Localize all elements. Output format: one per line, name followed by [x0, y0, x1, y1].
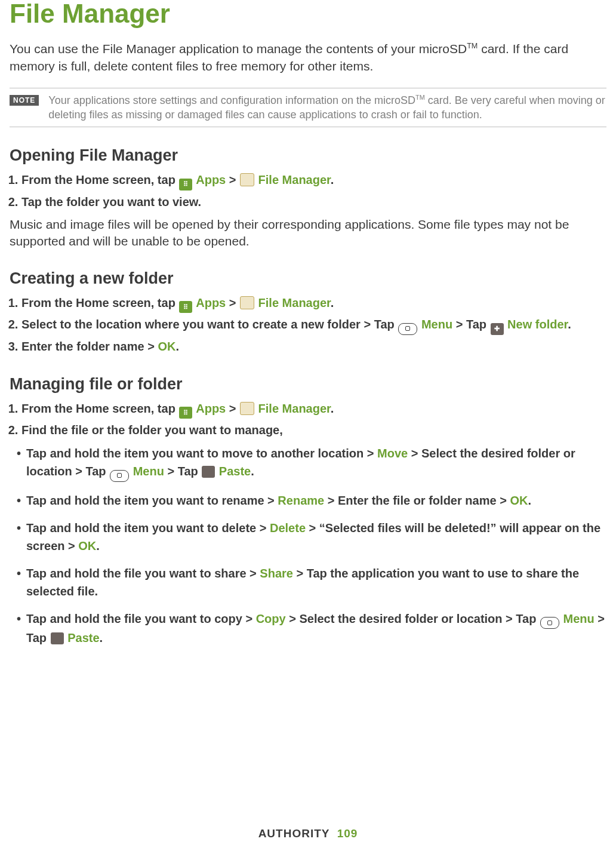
separator: >	[226, 173, 239, 186]
text: Tap and hold the item you want to move t…	[26, 447, 377, 460]
bullet-copy: Tap and hold the file you want to copy >…	[26, 610, 606, 647]
open-after-paragraph: Music and image files will be opened by …	[10, 216, 606, 250]
paste-icon	[51, 632, 64, 644]
manage-bullets: Tap and hold the item you want to move t…	[10, 444, 606, 647]
paste-link[interactable]: Paste	[219, 465, 251, 478]
new-folder-link[interactable]: New folder	[507, 318, 568, 331]
tm-mark: TM	[467, 42, 478, 50]
ok-link[interactable]: OK	[78, 539, 96, 552]
steps-creating: From the Home screen, tap ⠿ Apps > File …	[10, 294, 606, 356]
file-manager-link[interactable]: File Manager	[258, 173, 331, 186]
note-badge-label: NOTE	[10, 95, 39, 106]
text: Tap and hold the item you want to rename…	[26, 494, 278, 507]
apps-icon: ⠿	[179, 407, 192, 419]
menu-button-icon	[398, 323, 417, 335]
text: Select to the location where you want to…	[21, 318, 398, 331]
tm-mark: TM	[415, 94, 425, 101]
move-link[interactable]: Move	[377, 447, 408, 460]
bullet-move: Tap and hold the item you want to move t…	[26, 444, 606, 482]
ok-link[interactable]: OK	[510, 494, 528, 507]
dot: .	[528, 494, 531, 507]
text: > Tap	[164, 465, 201, 478]
page-title: File Manager	[10, 0, 606, 27]
note-text-a: Your applications store settings and con…	[48, 94, 415, 106]
note-badge: NOTE	[10, 94, 39, 122]
menu-link[interactable]: Menu	[133, 465, 164, 478]
text: From the Home screen, tap	[21, 296, 178, 309]
section-heading-opening: Opening File Manager	[10, 146, 606, 165]
apps-icon: ⠿	[179, 179, 192, 191]
footer-brand: AUTHORITY	[258, 827, 329, 840]
footer-page-number: 109	[337, 827, 358, 840]
folder-icon	[240, 402, 254, 415]
dot: .	[175, 340, 179, 353]
bullet-rename: Tap and hold the item you want to rename…	[26, 491, 606, 509]
apps-icon: ⠿	[179, 301, 192, 313]
apps-link[interactable]: Apps	[196, 296, 226, 309]
step-manage-2: Find the file or the folder you want to …	[21, 421, 606, 440]
step-manage-1: From the Home screen, tap ⠿ Apps > File …	[21, 400, 606, 419]
dot: .	[331, 402, 334, 415]
bullet-share: Tap and hold the file you want to share …	[26, 564, 606, 600]
page-footer: AUTHORITY 109	[0, 827, 616, 840]
section-heading-managing: Managing file or folder	[10, 375, 606, 394]
folder-icon	[240, 296, 254, 309]
step-open-2: Tap the folder you want to view.	[21, 193, 606, 211]
text: > Enter the file or folder name >	[324, 494, 510, 507]
dot: .	[100, 631, 103, 644]
menu-link[interactable]: Menu	[563, 612, 595, 625]
step-create-3: Enter the folder name > OK.	[21, 337, 606, 356]
dot: .	[331, 173, 334, 186]
dot: .	[251, 465, 254, 478]
steps-opening: From the Home screen, tap ⠿ Apps > File …	[10, 171, 606, 211]
text: > Tap	[452, 318, 489, 331]
step-create-2: Select to the location where you want to…	[21, 315, 606, 335]
separator: >	[226, 402, 239, 415]
text: Enter the folder name >	[21, 340, 158, 353]
intro-text-a: You can use the File Manager application…	[10, 42, 467, 56]
note-text: Your applications store settings and con…	[48, 93, 606, 122]
folder-icon	[240, 173, 254, 186]
steps-managing: From the Home screen, tap ⠿ Apps > File …	[10, 400, 606, 440]
paste-icon	[202, 466, 215, 478]
menu-button-icon	[540, 617, 559, 629]
text: > Select the desired folder or location …	[286, 612, 540, 625]
section-heading-creating: Creating a new folder	[10, 269, 606, 288]
file-manager-link[interactable]: File Manager	[258, 296, 331, 309]
dot: .	[96, 539, 100, 552]
text: From the Home screen, tap	[21, 173, 178, 186]
dot: .	[331, 296, 334, 309]
copy-link[interactable]: Copy	[256, 612, 286, 625]
apps-link[interactable]: Apps	[196, 402, 226, 415]
text: Tap and hold the file you want to copy >	[26, 612, 256, 625]
step-create-1: From the Home screen, tap ⠿ Apps > File …	[21, 294, 606, 314]
intro-paragraph: You can use the File Manager application…	[10, 41, 606, 75]
separator: >	[226, 296, 239, 309]
apps-link[interactable]: Apps	[196, 173, 226, 186]
menu-button-icon	[110, 470, 129, 482]
menu-link[interactable]: Menu	[421, 318, 452, 331]
paste-link[interactable]: Paste	[67, 631, 99, 644]
text: Tap and hold the item you want to delete…	[26, 521, 270, 534]
step-open-1: From the Home screen, tap ⠿ Apps > File …	[21, 171, 606, 191]
share-link[interactable]: Share	[260, 567, 293, 580]
text: From the Home screen, tap	[21, 402, 178, 415]
rename-link[interactable]: Rename	[278, 494, 324, 507]
bullet-delete: Tap and hold the item you want to delete…	[26, 519, 606, 555]
ok-link[interactable]: OK	[158, 340, 175, 353]
new-folder-icon: ✚	[491, 323, 504, 335]
note-box: NOTE Your applications store settings an…	[10, 88, 606, 128]
text: Tap and hold the file you want to share …	[26, 567, 260, 580]
file-manager-link[interactable]: File Manager	[258, 402, 331, 415]
delete-link[interactable]: Delete	[270, 521, 306, 534]
dot: .	[568, 318, 571, 331]
